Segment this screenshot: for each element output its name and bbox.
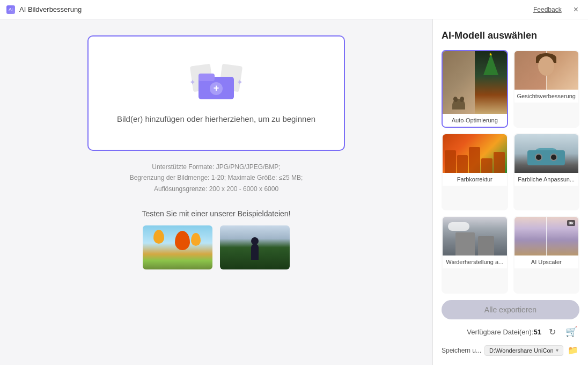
tree-star-icon: ★ <box>489 52 493 57</box>
file-count-row: Verfügbare Datei(en):51 ↻ 🛒 <box>442 325 579 339</box>
upload-info: Unterstützte Formate: JPG/PNG/JPEG/BMP; … <box>130 162 303 194</box>
building-3 <box>469 147 480 173</box>
upload-dropzone[interactable]: ✦ ✦ + Bild(er) hinzufügen oder hierherzi… <box>87 35 345 151</box>
close-button[interactable]: × <box>570 4 582 15</box>
balloon-shape-2 <box>175 231 190 250</box>
chevron-down-icon: ▾ <box>556 347 558 353</box>
upscale-divider-line <box>546 217 547 256</box>
sparkle-left-icon: ✦ <box>189 78 196 86</box>
car-wheel-right <box>550 154 557 161</box>
model-card-upscale[interactable]: 8k AI Upscaler <box>513 216 580 294</box>
sample-label: Testen Sie mit einer unserer Beispieldat… <box>142 209 290 218</box>
save-path-text: D:\Wondershare UniCon <box>489 347 554 354</box>
model-thumb-color <box>443 134 507 173</box>
building-2 <box>457 155 468 173</box>
cart-button[interactable]: 🛒 <box>563 325 579 339</box>
save-path-selector[interactable]: D:\Wondershare UniCon ▾ <box>484 345 563 356</box>
upscale-badge: 8k <box>567 220 575 226</box>
dog-ear-left <box>453 96 458 103</box>
thumb-auto-right: ★ <box>475 51 507 114</box>
thumb-auto-left <box>443 51 475 114</box>
title-bar-left: AI AI Bildverbesserung <box>6 5 82 14</box>
building-restore-2 <box>478 236 494 256</box>
model-thumb-restore <box>443 217 507 256</box>
folder-icon-wrap: ✦ ✦ + <box>189 63 243 106</box>
app-icon: AI <box>6 5 15 14</box>
model-grid: ★ Auto-Optimierung Gesichtsverbesserung <box>442 50 579 294</box>
sample-thumb-balloon[interactable] <box>143 225 212 269</box>
model-thumb-coloradj <box>514 134 579 173</box>
left-panel: ✦ ✦ + Bild(er) hinzufügen oder hierherzi… <box>0 19 432 365</box>
folder-open-button[interactable]: 📁 <box>567 344 579 356</box>
window-title: AI Bildverbesserung <box>19 5 82 13</box>
svg-rect-1 <box>199 74 215 81</box>
title-bar-right: Feedback × <box>533 4 582 15</box>
buildings <box>443 141 507 173</box>
building-1 <box>445 150 456 173</box>
sparkle-right-icon: ✦ <box>237 78 243 86</box>
model-card-face[interactable]: Gesichtsverbesserung <box>513 50 580 128</box>
ai-model-title: AI-Modell auswählen <box>442 30 579 41</box>
main-layout: ✦ ✦ + Bild(er) hinzufügen oder hierherzi… <box>0 19 588 365</box>
export-all-button[interactable]: Alle exportieren <box>442 300 579 319</box>
balloon-shape-3 <box>191 233 201 246</box>
building-restore-1 <box>455 232 475 256</box>
dog-shape <box>452 99 465 110</box>
feedback-link[interactable]: Feedback <box>533 6 562 13</box>
sample-images <box>143 225 290 269</box>
balloon-shape-1 <box>153 230 164 244</box>
model-label-auto: Auto-Optimierung <box>443 114 507 127</box>
car-body <box>527 150 565 165</box>
model-card-color[interactable]: Farbkorrektur <box>442 133 508 211</box>
person-head <box>251 237 259 245</box>
right-panel: AI-Modell auswählen ★ Auto-O <box>432 19 588 365</box>
save-path-label: Speichern u... <box>442 347 481 354</box>
save-path-row: Speichern u... D:\Wondershare UniCon ▾ 📁 <box>442 344 579 356</box>
model-card-restore[interactable]: Wiederherstellung a... <box>442 216 508 294</box>
title-bar: AI AI Bildverbesserung Feedback × <box>0 0 588 19</box>
file-count-value: 51 <box>534 328 541 336</box>
building-5 <box>494 152 505 173</box>
tree-shape <box>483 54 498 75</box>
model-label-color: Farbkorrektur <box>443 173 507 186</box>
building-4 <box>481 158 493 173</box>
car-wheel-left <box>535 154 542 161</box>
right-bottom: Alle exportieren Verfügbare Datei(en):51… <box>442 300 579 356</box>
cloud-restore <box>448 222 469 231</box>
dog-ear-right <box>459 96 465 103</box>
refresh-button[interactable]: ↻ <box>547 326 558 338</box>
model-thumb-auto: ★ <box>443 51 507 114</box>
person-silhouette <box>251 244 259 260</box>
model-thumb-face <box>514 51 579 90</box>
model-label-upscale: AI Upscaler <box>514 256 579 268</box>
model-thumb-upscale: 8k <box>514 217 579 256</box>
model-label-face: Gesichtsverbesserung <box>514 90 579 103</box>
model-label-coloradj: Farbliche Anpassun... <box>514 173 579 186</box>
model-card-coloradj[interactable]: Farbliche Anpassun... <box>513 133 580 211</box>
svg-text:+: + <box>214 83 219 93</box>
file-count-label: Verfügbare Datei(en):51 <box>467 328 541 336</box>
face-circle <box>538 56 554 76</box>
sample-thumb-forest[interactable] <box>220 225 290 269</box>
upload-text: Bild(er) hinzufügen oder hierherziehen, … <box>117 114 315 123</box>
model-card-auto[interactable]: ★ Auto-Optimierung <box>442 50 508 128</box>
model-label-restore: Wiederherstellung a... <box>443 256 507 268</box>
folder-icon: + <box>197 68 235 100</box>
